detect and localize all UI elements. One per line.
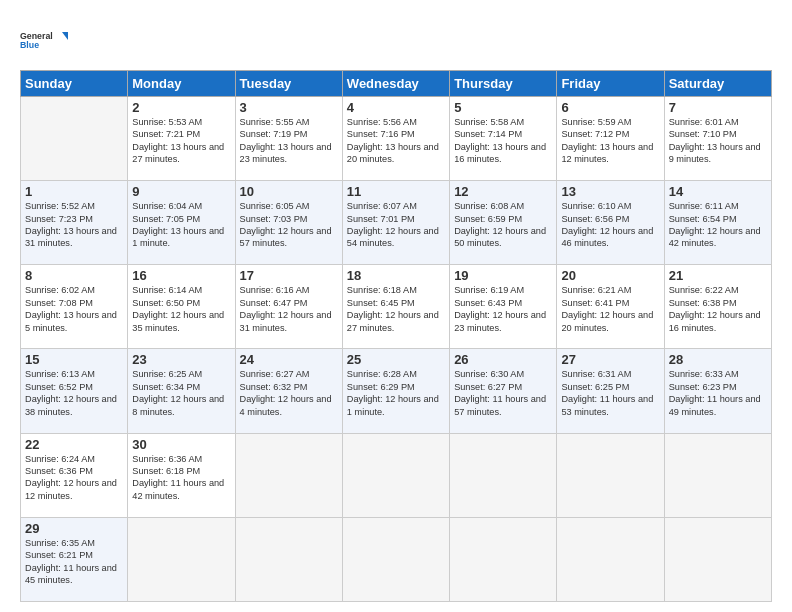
day-info: Sunrise: 6:04 AMSunset: 7:05 PMDaylight:… <box>132 200 230 250</box>
calendar-week-row: 2Sunrise: 5:53 AMSunset: 7:21 PMDaylight… <box>21 97 772 181</box>
calendar-cell: 23Sunrise: 6:25 AMSunset: 6:34 PMDayligh… <box>128 349 235 433</box>
calendar-cell <box>342 433 449 517</box>
calendar-cell: 6Sunrise: 5:59 AMSunset: 7:12 PMDaylight… <box>557 97 664 181</box>
calendar-cell: 12Sunrise: 6:08 AMSunset: 6:59 PMDayligh… <box>450 181 557 265</box>
day-number: 8 <box>25 268 123 283</box>
day-number: 28 <box>669 352 767 367</box>
calendar-cell: 5Sunrise: 5:58 AMSunset: 7:14 PMDaylight… <box>450 97 557 181</box>
calendar-cell: 25Sunrise: 6:28 AMSunset: 6:29 PMDayligh… <box>342 349 449 433</box>
calendar-cell: 24Sunrise: 6:27 AMSunset: 6:32 PMDayligh… <box>235 349 342 433</box>
calendar-cell: 21Sunrise: 6:22 AMSunset: 6:38 PMDayligh… <box>664 265 771 349</box>
calendar-cell: 30Sunrise: 6:36 AMSunset: 6:18 PMDayligh… <box>128 433 235 517</box>
calendar-cell: 17Sunrise: 6:16 AMSunset: 6:47 PMDayligh… <box>235 265 342 349</box>
day-number: 3 <box>240 100 338 115</box>
calendar-cell: 16Sunrise: 6:14 AMSunset: 6:50 PMDayligh… <box>128 265 235 349</box>
day-info: Sunrise: 5:56 AMSunset: 7:16 PMDaylight:… <box>347 116 445 166</box>
day-info: Sunrise: 6:13 AMSunset: 6:52 PMDaylight:… <box>25 368 123 418</box>
calendar-cell: 15Sunrise: 6:13 AMSunset: 6:52 PMDayligh… <box>21 349 128 433</box>
logo-svg: General Blue <box>20 20 68 60</box>
calendar-cell: 4Sunrise: 5:56 AMSunset: 7:16 PMDaylight… <box>342 97 449 181</box>
calendar-cell: 2Sunrise: 5:53 AMSunset: 7:21 PMDaylight… <box>128 97 235 181</box>
calendar-cell: 22Sunrise: 6:24 AMSunset: 6:36 PMDayligh… <box>21 433 128 517</box>
calendar-cell <box>557 433 664 517</box>
day-info: Sunrise: 6:22 AMSunset: 6:38 PMDaylight:… <box>669 284 767 334</box>
calendar-cell: 14Sunrise: 6:11 AMSunset: 6:54 PMDayligh… <box>664 181 771 265</box>
weekday-header: Monday <box>128 71 235 97</box>
svg-marker-2 <box>62 32 68 40</box>
calendar-cell: 1Sunrise: 5:52 AMSunset: 7:23 PMDaylight… <box>21 181 128 265</box>
weekday-header: Sunday <box>21 71 128 97</box>
day-info: Sunrise: 6:33 AMSunset: 6:23 PMDaylight:… <box>669 368 767 418</box>
day-number: 27 <box>561 352 659 367</box>
day-number: 25 <box>347 352 445 367</box>
day-number: 5 <box>454 100 552 115</box>
calendar-cell: 27Sunrise: 6:31 AMSunset: 6:25 PMDayligh… <box>557 349 664 433</box>
day-number: 7 <box>669 100 767 115</box>
day-number: 24 <box>240 352 338 367</box>
calendar-cell: 26Sunrise: 6:30 AMSunset: 6:27 PMDayligh… <box>450 349 557 433</box>
day-number: 6 <box>561 100 659 115</box>
calendar-cell <box>21 97 128 181</box>
calendar-cell: 13Sunrise: 6:10 AMSunset: 6:56 PMDayligh… <box>557 181 664 265</box>
day-number: 22 <box>25 437 123 452</box>
day-info: Sunrise: 6:11 AMSunset: 6:54 PMDaylight:… <box>669 200 767 250</box>
calendar-cell: 29Sunrise: 6:35 AMSunset: 6:21 PMDayligh… <box>21 517 128 601</box>
day-info: Sunrise: 6:19 AMSunset: 6:43 PMDaylight:… <box>454 284 552 334</box>
day-number: 15 <box>25 352 123 367</box>
day-info: Sunrise: 6:25 AMSunset: 6:34 PMDaylight:… <box>132 368 230 418</box>
calendar-cell: 9Sunrise: 6:04 AMSunset: 7:05 PMDaylight… <box>128 181 235 265</box>
day-info: Sunrise: 5:53 AMSunset: 7:21 PMDaylight:… <box>132 116 230 166</box>
day-number: 21 <box>669 268 767 283</box>
day-number: 23 <box>132 352 230 367</box>
day-number: 1 <box>25 184 123 199</box>
weekday-header: Friday <box>557 71 664 97</box>
day-number: 30 <box>132 437 230 452</box>
day-number: 12 <box>454 184 552 199</box>
day-info: Sunrise: 5:52 AMSunset: 7:23 PMDaylight:… <box>25 200 123 250</box>
day-number: 13 <box>561 184 659 199</box>
calendar-cell <box>342 517 449 601</box>
calendar-cell <box>557 517 664 601</box>
calendar-cell: 28Sunrise: 6:33 AMSunset: 6:23 PMDayligh… <box>664 349 771 433</box>
weekday-header: Tuesday <box>235 71 342 97</box>
day-info: Sunrise: 5:55 AMSunset: 7:19 PMDaylight:… <box>240 116 338 166</box>
weekday-header: Wednesday <box>342 71 449 97</box>
day-number: 17 <box>240 268 338 283</box>
day-info: Sunrise: 6:24 AMSunset: 6:36 PMDaylight:… <box>25 453 123 503</box>
calendar-cell <box>235 433 342 517</box>
calendar-cell <box>664 433 771 517</box>
day-info: Sunrise: 6:08 AMSunset: 6:59 PMDaylight:… <box>454 200 552 250</box>
day-info: Sunrise: 6:01 AMSunset: 7:10 PMDaylight:… <box>669 116 767 166</box>
day-number: 16 <box>132 268 230 283</box>
day-info: Sunrise: 6:27 AMSunset: 6:32 PMDaylight:… <box>240 368 338 418</box>
day-info: Sunrise: 6:07 AMSunset: 7:01 PMDaylight:… <box>347 200 445 250</box>
day-number: 4 <box>347 100 445 115</box>
day-info: Sunrise: 6:18 AMSunset: 6:45 PMDaylight:… <box>347 284 445 334</box>
calendar-cell <box>128 517 235 601</box>
calendar-cell <box>664 517 771 601</box>
day-info: Sunrise: 5:59 AMSunset: 7:12 PMDaylight:… <box>561 116 659 166</box>
header: General Blue <box>20 16 772 60</box>
day-info: Sunrise: 6:35 AMSunset: 6:21 PMDaylight:… <box>25 537 123 587</box>
calendar-week-row: 8Sunrise: 6:02 AMSunset: 7:08 PMDaylight… <box>21 265 772 349</box>
day-info: Sunrise: 5:58 AMSunset: 7:14 PMDaylight:… <box>454 116 552 166</box>
day-number: 19 <box>454 268 552 283</box>
day-number: 2 <box>132 100 230 115</box>
weekday-header: Thursday <box>450 71 557 97</box>
day-info: Sunrise: 6:28 AMSunset: 6:29 PMDaylight:… <box>347 368 445 418</box>
calendar-header-row: SundayMondayTuesdayWednesdayThursdayFrid… <box>21 71 772 97</box>
calendar-table: SundayMondayTuesdayWednesdayThursdayFrid… <box>20 70 772 602</box>
day-info: Sunrise: 6:31 AMSunset: 6:25 PMDaylight:… <box>561 368 659 418</box>
calendar-cell: 3Sunrise: 5:55 AMSunset: 7:19 PMDaylight… <box>235 97 342 181</box>
page: General Blue SundayMondayTuesdayWednesda… <box>0 0 792 612</box>
day-info: Sunrise: 6:36 AMSunset: 6:18 PMDaylight:… <box>132 453 230 503</box>
day-info: Sunrise: 6:16 AMSunset: 6:47 PMDaylight:… <box>240 284 338 334</box>
calendar-week-row: 15Sunrise: 6:13 AMSunset: 6:52 PMDayligh… <box>21 349 772 433</box>
calendar-cell: 10Sunrise: 6:05 AMSunset: 7:03 PMDayligh… <box>235 181 342 265</box>
calendar-cell: 11Sunrise: 6:07 AMSunset: 7:01 PMDayligh… <box>342 181 449 265</box>
day-number: 11 <box>347 184 445 199</box>
day-number: 26 <box>454 352 552 367</box>
day-info: Sunrise: 6:21 AMSunset: 6:41 PMDaylight:… <box>561 284 659 334</box>
calendar-cell: 18Sunrise: 6:18 AMSunset: 6:45 PMDayligh… <box>342 265 449 349</box>
calendar-week-row: 22Sunrise: 6:24 AMSunset: 6:36 PMDayligh… <box>21 433 772 517</box>
